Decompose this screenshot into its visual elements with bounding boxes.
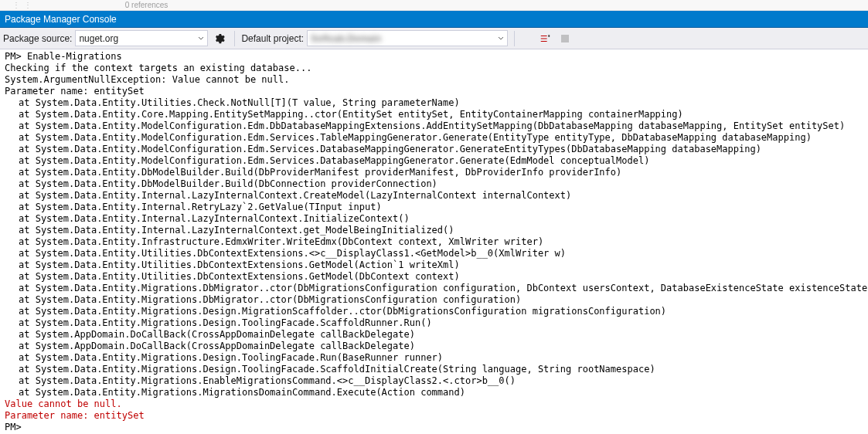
clear-list-icon — [540, 33, 550, 44]
stack-line: at System.Data.Entity.ModelConfiguration… — [5, 144, 863, 155]
stack-line: at System.Data.Entity.Utilities.DbContex… — [5, 271, 863, 283]
stack-line: at System.Data.Entity.Migrations.Design.… — [5, 306, 863, 317]
stack-line: at System.Data.Entity.Utilities.DbContex… — [5, 259, 863, 271]
stack-line: at System.Data.Entity.Internal.LazyInter… — [5, 225, 863, 236]
toolbar-divider — [234, 31, 235, 46]
package-source-label: Package source: — [3, 33, 72, 44]
stack-line: at System.AppDomain.DoCallBack(CrossAppD… — [5, 341, 863, 352]
stack-line: at System.Data.Entity.Infrastructure.Edm… — [5, 236, 863, 248]
command-text: Enable-Migrations — [27, 51, 122, 62]
default-project-dropdown[interactable]: Softcab.Domain — [307, 30, 508, 46]
pmc-toolbar: Package source: nuget.org Default projec… — [0, 28, 868, 49]
chevron-down-icon — [198, 36, 204, 42]
output-line: Parameter name: entitySet — [5, 86, 145, 97]
chevron-down-icon — [498, 36, 504, 42]
svg-rect-0 — [561, 35, 569, 42]
error-line: Value cannot be null. — [5, 398, 122, 409]
default-project-value: Softcab.Domain — [311, 33, 381, 44]
stop-button[interactable] — [557, 30, 574, 47]
error-line: Parameter name: entitySet — [5, 410, 145, 421]
stack-line: at System.Data.Entity.DbModelBuilder.Bui… — [5, 178, 863, 190]
panel-title-bar: Package Manager Console — [0, 11, 868, 28]
package-source-dropdown[interactable]: nuget.org — [75, 30, 208, 46]
stack-line: at System.Data.Entity.Migrations.DbMigra… — [5, 283, 863, 294]
clear-host-button[interactable] — [536, 30, 553, 47]
stack-line: at System.Data.Entity.ModelConfiguration… — [5, 155, 863, 167]
output-line: Checking if the context targets an exist… — [5, 63, 311, 73]
stack-line: at System.AppDomain.DoCallBack(CrossAppD… — [5, 329, 863, 341]
stack-line: at System.Data.Entity.Internal.LazyInter… — [5, 190, 863, 202]
settings-gear-button[interactable] — [211, 30, 228, 47]
stack-line: at System.Data.Entity.ModelConfiguration… — [5, 120, 863, 132]
prompt: PM> — [5, 422, 22, 432]
stack-line: at System.Data.Entity.Migrations.EnableM… — [5, 375, 863, 387]
stack-line: at System.Data.Entity.Migrations.Design.… — [5, 317, 863, 329]
stack-line: at System.Data.Entity.Migrations.Design.… — [5, 364, 863, 375]
editor-top-strip: ⋮ ⋮ 0 references — [0, 0, 868, 11]
console-output[interactable]: PM> Enable-Migrations Checking if the co… — [0, 49, 868, 434]
stack-line: at System.Data.Entity.Internal.RetryLazy… — [5, 202, 863, 213]
prompt: PM> — [5, 51, 22, 62]
stack-line: at System.Data.Entity.Internal.LazyInter… — [5, 213, 863, 225]
stop-icon — [560, 34, 570, 43]
stack-line: at System.Data.Entity.DbModelBuilder.Bui… — [5, 167, 863, 178]
stack-line: at System.Data.Entity.Utilities.Check.No… — [5, 97, 863, 109]
collapse-dots: ⋮ ⋮ — [12, 1, 32, 9]
default-project-label: Default project: — [241, 33, 304, 44]
stack-line: at System.Data.Entity.ModelConfiguration… — [5, 132, 863, 144]
gear-icon — [214, 33, 225, 44]
references-codelens[interactable]: 0 references — [125, 1, 168, 9]
stack-line: at System.Data.Entity.Migrations.Migrati… — [5, 387, 863, 398]
package-source-value: nuget.org — [79, 33, 118, 44]
stack-line: at System.Data.Entity.Migrations.Design.… — [5, 352, 863, 364]
stack-line: at System.Data.Entity.Utilities.DbContex… — [5, 248, 863, 259]
stack-line: at System.Data.Entity.Core.Mapping.Entit… — [5, 109, 863, 120]
stack-line: at System.Data.Entity.Migrations.DbMigra… — [5, 294, 863, 306]
output-line: System.ArgumentNullException: Value cann… — [5, 74, 289, 85]
toolbar-divider — [514, 31, 515, 46]
panel-title: Package Manager Console — [5, 14, 117, 25]
